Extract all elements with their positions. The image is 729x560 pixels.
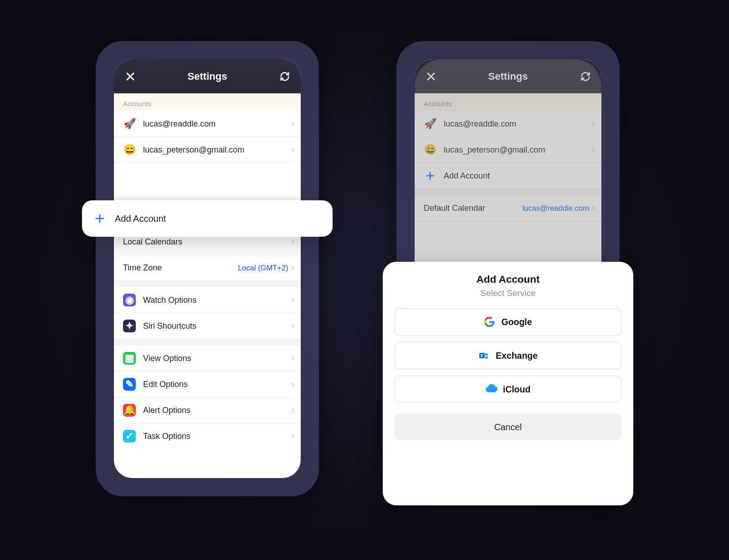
edit-options-row[interactable]: ✎ Edit Options › xyxy=(114,372,301,397)
page-title: Settings xyxy=(188,71,227,82)
rocket-icon: 🚀 xyxy=(123,117,136,130)
chevron-right-icon: › xyxy=(291,378,294,390)
chevron-right-icon: › xyxy=(291,404,294,416)
row-label: Alert Options xyxy=(143,406,291,415)
chevron-right-icon: › xyxy=(291,294,294,306)
row-label: Siri Shourtcuts xyxy=(143,321,291,331)
alert-options-row[interactable]: 🔔 Alert Options › xyxy=(114,397,301,423)
phone-settings-selectservice: Settings Accounts 🚀 lucas@readdle.com › … xyxy=(396,41,620,496)
svg-text:E: E xyxy=(481,353,483,358)
google-icon xyxy=(484,316,495,327)
account-email: lucas@readdle.com xyxy=(143,119,291,129)
siri-shortcuts-row[interactable]: ✦ Siri Shourtcuts › xyxy=(114,313,301,339)
task-icon: ✓ xyxy=(123,430,136,443)
chevron-right-icon: › xyxy=(291,118,294,130)
service-exchange-button[interactable]: E Exchange xyxy=(395,342,621,369)
sheet-title: Add Account xyxy=(395,274,621,285)
add-account-label: Add Account xyxy=(115,214,166,224)
row-label: Time Zone xyxy=(123,263,238,273)
view-options-row[interactable]: ▦ View Options › xyxy=(114,346,301,372)
account-row[interactable]: 😄 lucas_peterson@gmail.com › xyxy=(114,137,301,163)
service-label: Exchange xyxy=(496,351,538,361)
chevron-right-icon: › xyxy=(291,236,294,248)
row-label: Watch Options xyxy=(143,295,291,305)
row-value: Local (GMT+2) xyxy=(238,264,288,272)
service-icloud-button[interactable]: iCloud xyxy=(395,376,621,403)
icloud-icon xyxy=(486,384,497,395)
header: Settings xyxy=(114,59,301,93)
service-label: iCloud xyxy=(503,384,531,395)
account-email: lucas_peterson@gmail.com xyxy=(143,145,291,155)
add-account-button[interactable]: Add Account xyxy=(82,200,333,237)
screen: Settings Accounts 🚀 lucas@readdle.com › … xyxy=(114,59,301,478)
chevron-right-icon: › xyxy=(291,144,294,156)
task-options-row[interactable]: ✓ Task Options › xyxy=(114,423,301,449)
close-button[interactable] xyxy=(118,59,143,93)
service-label: Google xyxy=(501,317,532,327)
row-label: Edit Options xyxy=(143,380,291,389)
plus-icon xyxy=(93,212,107,225)
settings-list: Accounts 🚀 lucas@readdle.com › 😄 lucas_p… xyxy=(114,93,301,449)
service-google-button[interactable]: Google xyxy=(395,308,621,336)
close-icon xyxy=(126,72,135,81)
chevron-right-icon: › xyxy=(291,262,294,274)
watch-icon: ◉ xyxy=(123,294,136,306)
timezone-row[interactable]: Time Zone Local (GMT+2) › xyxy=(114,255,301,281)
chevron-right-icon: › xyxy=(291,352,294,364)
add-account-placeholder xyxy=(114,163,301,197)
grid-icon: ▦ xyxy=(123,352,136,365)
bell-icon: 🔔 xyxy=(123,404,136,417)
exchange-icon: E xyxy=(478,350,489,361)
cancel-button[interactable]: Cancel xyxy=(395,414,621,440)
row-label: Task Options xyxy=(143,432,291,441)
chevron-right-icon: › xyxy=(291,320,294,332)
refresh-button[interactable] xyxy=(272,59,297,93)
section-accounts-label: Accounts xyxy=(114,93,301,111)
siri-icon: ✦ xyxy=(123,320,136,332)
watch-options-row[interactable]: ◉ Watch Options › xyxy=(114,287,301,313)
smile-icon: 😄 xyxy=(123,143,136,156)
sheet-subtitle: Select Service xyxy=(395,288,621,298)
chevron-right-icon: › xyxy=(291,430,294,442)
account-row[interactable]: 🚀 lucas@readdle.com › xyxy=(114,111,301,137)
refresh-icon xyxy=(280,71,290,81)
edit-icon: ✎ xyxy=(123,378,136,391)
row-label: View Options xyxy=(143,354,291,363)
add-account-sheet: Add Account Select Service Google E Exch… xyxy=(383,262,633,505)
phone-settings-addaccount: Settings Accounts 🚀 lucas@readdle.com › … xyxy=(96,41,319,496)
cancel-label: Cancel xyxy=(494,422,522,433)
row-label: Local Calendars xyxy=(123,237,291,247)
